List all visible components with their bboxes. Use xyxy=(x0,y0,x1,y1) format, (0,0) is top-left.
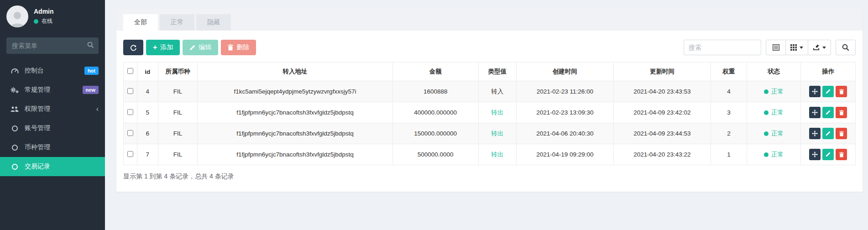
col-header-id: id xyxy=(137,63,158,81)
row-delete-button[interactable] xyxy=(836,107,847,118)
status-badge: 正常 xyxy=(764,109,784,117)
add-button[interactable]: + 添加 xyxy=(146,40,180,55)
columns-dropdown-button[interactable] xyxy=(786,40,808,55)
sidebar-item-coins[interactable]: 币种管理 xyxy=(0,138,105,157)
status-dot-icon xyxy=(764,131,769,136)
tab-hidden[interactable]: 隐藏 xyxy=(196,14,231,31)
move-button[interactable] xyxy=(809,128,821,139)
cell-created: 2021-02-23 11:26:00 xyxy=(516,81,613,102)
circle-icon xyxy=(10,164,19,170)
transactions-table-wrap: id 所属币种 转入地址 金额 类型值 创建时间 更新时间 权重 状态 操作 xyxy=(116,62,863,165)
cell-id: 6 xyxy=(137,123,158,144)
cell-type: 转出 xyxy=(478,144,516,165)
hot-badge: hot xyxy=(84,67,99,75)
cell-created: 2021-02-23 13:09:30 xyxy=(516,102,613,123)
sidebar-item-label: 控制台 xyxy=(25,67,79,75)
sidebar-item-label: 权限管理 xyxy=(25,105,91,113)
move-button[interactable] xyxy=(809,107,821,118)
cell-coin: FIL xyxy=(158,102,198,123)
col-header-weight: 权重 xyxy=(711,63,747,81)
sidebar-menu: 控制台 hot xyxy=(0,61,105,176)
pencil-icon xyxy=(826,89,831,94)
chevron-left-icon: ‹ xyxy=(96,105,99,113)
col-header-type: 类型值 xyxy=(478,63,516,81)
row-delete-button[interactable] xyxy=(836,86,847,97)
sidebar-item-console[interactable]: 控制台 hot xyxy=(0,61,105,80)
move-button[interactable] xyxy=(809,149,821,160)
cell-address: f1fjpfpmn6ycjc7bnacoftsh3fxvfgldz5jbdpst… xyxy=(198,102,392,123)
cell-amount: 500000.0000 xyxy=(392,144,478,165)
table-controls xyxy=(684,40,856,55)
select-all-checkbox[interactable] xyxy=(127,68,133,74)
row-checkbox[interactable] xyxy=(127,151,133,157)
sidebar-item-transactions[interactable]: 交易记录 xyxy=(0,157,105,176)
move-button[interactable] xyxy=(809,86,821,97)
pencil-icon xyxy=(826,152,831,157)
online-dot-icon xyxy=(34,19,38,24)
col-header-operations: 操作 xyxy=(801,63,856,81)
sidebar-item-general[interactable]: 常规管理 new xyxy=(0,80,105,99)
move-icon xyxy=(812,152,818,157)
delete-button[interactable]: 删除 xyxy=(221,40,256,55)
trash-icon xyxy=(228,44,233,51)
record-summary: 显示第 1 到第 4 条记录，总共 4 条记录 xyxy=(116,165,863,192)
pencil-icon xyxy=(826,110,831,115)
col-header-status: 状态 xyxy=(747,63,800,81)
export-dropdown-button[interactable] xyxy=(808,40,831,55)
plus-icon: + xyxy=(153,44,157,51)
circle-icon xyxy=(10,125,19,131)
col-header-updated: 更新时间 xyxy=(613,63,711,81)
status-badge: 正常 xyxy=(764,130,784,138)
tab-normal[interactable]: 正常 xyxy=(160,14,194,31)
cell-coin: FIL xyxy=(158,144,198,165)
export-icon xyxy=(813,44,820,51)
user-status: 在线 xyxy=(34,17,54,25)
circle-icon xyxy=(10,145,19,151)
cell-coin: FIL xyxy=(158,81,198,102)
pencil-icon xyxy=(189,45,195,51)
table-search-input[interactable] xyxy=(684,40,761,55)
tab-bar: 全部 正常 隐藏 xyxy=(116,9,863,31)
main-content: 全部 正常 隐藏 + 添加 xyxy=(105,0,868,230)
view-button-group xyxy=(766,40,831,55)
row-delete-button[interactable] xyxy=(836,128,847,139)
caret-down-icon xyxy=(800,47,803,49)
cell-amount: 400000.000000 xyxy=(392,102,478,123)
status-dot-icon xyxy=(764,89,769,94)
sidebar-search-input[interactable] xyxy=(6,37,99,54)
status-dot-icon xyxy=(764,110,769,115)
table-row: 7 FIL f1fjpfpmn6ycjc7bnacoftsh3fxvfgldz5… xyxy=(124,144,856,165)
row-edit-button[interactable] xyxy=(822,149,834,160)
sidebar-item-permissions[interactable]: 权限管理 ‹ xyxy=(0,99,105,119)
user-name: Admin xyxy=(34,8,54,15)
tab-all[interactable]: 全部 xyxy=(123,14,158,31)
row-edit-button[interactable] xyxy=(822,107,834,118)
cell-updated: 2021-04-09 23:44:53 xyxy=(613,123,711,144)
sidebar-item-accounts[interactable]: 账号管理 xyxy=(0,119,105,138)
cell-id: 4 xyxy=(137,81,158,102)
row-edit-button[interactable] xyxy=(822,128,834,139)
refresh-button[interactable] xyxy=(123,40,143,55)
cell-created: 2021-04-19 09:29:00 xyxy=(516,144,613,165)
sidebar-item-label: 常规管理 xyxy=(25,86,77,94)
row-checkbox[interactable] xyxy=(127,88,133,94)
edit-button[interactable]: 编辑 xyxy=(183,40,218,55)
user-status-label: 在线 xyxy=(42,17,52,25)
row-checkbox[interactable] xyxy=(127,109,133,115)
move-icon xyxy=(812,131,818,136)
row-edit-button[interactable] xyxy=(822,86,834,97)
cell-id: 7 xyxy=(137,144,158,165)
pagination-toggle-button[interactable] xyxy=(766,40,786,55)
search-button[interactable] xyxy=(836,40,856,55)
search-icon xyxy=(842,44,849,51)
table-row: 5 FIL f1fjpfpmn6ycjc7bnacoftsh3fxvfgldz5… xyxy=(124,102,856,123)
transactions-table: id 所属币种 转入地址 金额 类型值 创建时间 更新时间 权重 状态 操作 xyxy=(123,62,856,165)
row-checkbox[interactable] xyxy=(127,130,133,136)
sidebar-item-label: 账号管理 xyxy=(25,124,99,132)
search-icon[interactable] xyxy=(87,42,94,50)
list-icon xyxy=(773,44,779,51)
row-delete-button[interactable] xyxy=(836,149,847,160)
refresh-icon xyxy=(130,44,137,51)
users-icon xyxy=(10,106,19,112)
col-header-address: 转入地址 xyxy=(198,63,392,81)
